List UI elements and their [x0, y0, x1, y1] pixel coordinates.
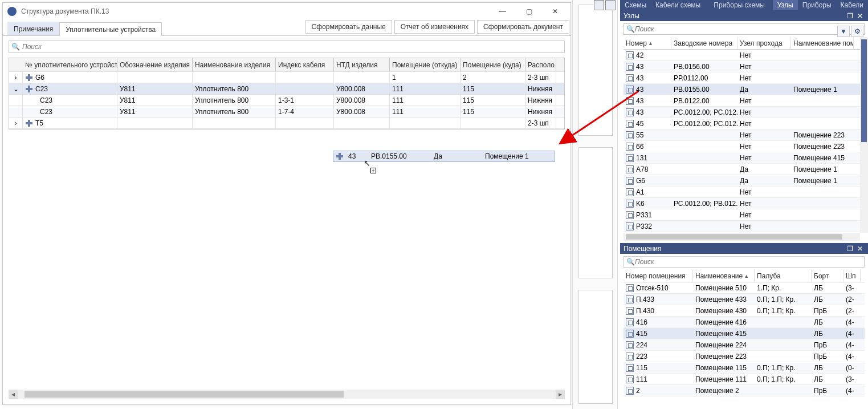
list-item[interactable]: 224Помещение 224ПрБ(4-: [624, 339, 865, 351]
nav-tab[interactable]: Приборы: [798, 0, 836, 10]
maximize-button[interactable]: ▢: [516, 3, 542, 20]
col-naim[interactable]: Наименование изделия: [193, 58, 276, 71]
list-item[interactable]: 416Помещение 416ЛБ(4-: [624, 317, 865, 328]
col-nomer[interactable]: Номер помещения: [624, 270, 693, 282]
form-document-button[interactable]: Сформировать документ: [477, 20, 569, 34]
table-row[interactable]: ›Т52-3 шп: [9, 118, 564, 129]
list-item[interactable]: 43РС.0012.00; РС.012...Нет: [624, 107, 865, 118]
list-item[interactable]: П.430Помещение 4300.П; 1.П; Кр.ПрБ(2-: [624, 305, 865, 317]
form-data-button[interactable]: Сформировать данные: [305, 20, 392, 34]
restore-icon[interactable]: ❐: [845, 11, 854, 21]
list-item[interactable]: G6ДаПомещение 1: [624, 175, 865, 187]
table-row[interactable]: ›G6122-3 шп: [9, 72, 564, 83]
tab-seal-devices[interactable]: Уплотнительные устройства: [59, 22, 162, 36]
nodes-panel: Узлы ❐ ✕ 🔍 ▼ ⚙ Номер▲ Заводские номера У…: [620, 10, 868, 241]
col-shp[interactable]: Шп: [843, 270, 861, 282]
col-obozn[interactable]: Обозначение изделия: [117, 58, 193, 71]
node-icon: [626, 154, 634, 162]
list-item[interactable]: 223Помещение 223ПрБ(4-: [624, 351, 865, 362]
list-item[interactable]: 115Помещение 1150.П; 1.П; Кр.ЛБ(0-: [624, 362, 865, 374]
list-item[interactable]: 66НетПомещение 223: [624, 141, 865, 152]
rooms-header: Номер помещения Наименование▲ Палуба Бор…: [624, 270, 865, 282]
app-nav: СхемыКабели схемы С4Приборы схемы С4Узлы…: [620, 0, 868, 10]
list-item[interactable]: 43РР.0112.00Нет: [624, 72, 865, 84]
list-item[interactable]: 43РВ.0156.00Нет: [624, 61, 865, 72]
table-row[interactable]: C23У811Уплотнитель 8001-7-4У800.00811111…: [9, 106, 564, 118]
scroll-thumb[interactable]: [626, 234, 842, 240]
list-item[interactable]: 131НетПомещение 415: [624, 152, 865, 164]
list-item[interactable]: K6РС.0012.00; РВ.012...Нет: [624, 198, 865, 209]
nodes-search-input[interactable]: [635, 25, 862, 33]
nodes-search[interactable]: 🔍: [624, 23, 865, 35]
toolbar-icon[interactable]: [594, 0, 604, 10]
col-pom[interactable]: Наименование поме: [791, 37, 854, 49]
list-item[interactable]: А1Нет: [624, 187, 865, 198]
scroll-right-icon[interactable]: ▸: [556, 390, 565, 399]
node-icon: [626, 86, 634, 94]
list-item[interactable]: Отсек-510Помещение 5101.П; Кр.ЛБ(3-: [624, 282, 865, 294]
horizontal-scrollbar[interactable]: [624, 233, 860, 241]
ghost-proh: Да: [431, 151, 483, 161]
node-icon: [626, 200, 634, 208]
scroll-left-icon[interactable]: ◂: [9, 390, 18, 399]
scroll-thumb[interactable]: [25, 391, 344, 398]
col-from[interactable]: Помещение (откуда): [390, 58, 461, 71]
restore-icon[interactable]: ❐: [845, 244, 854, 253]
ruler-gutter: [572, 0, 618, 409]
search-icon: 🔍: [626, 25, 635, 33]
list-item[interactable]: 111Помещение 1110.П; 1.П; Кр.ЛБ(3-: [624, 374, 865, 385]
table-row[interactable]: ⌄C23У811Уплотнитель 800У800.008111115Ниж…: [9, 83, 564, 95]
col-zav[interactable]: Заводские номера: [671, 37, 737, 49]
col-ntd[interactable]: НТД изделия: [334, 58, 390, 71]
search-input[interactable]: [22, 43, 562, 51]
col-palub[interactable]: Палуба: [755, 270, 812, 282]
list-item[interactable]: 2Помещение 2ПрБ(4-: [624, 385, 865, 396]
minimize-button[interactable]: —: [490, 3, 516, 20]
toolbar-icon[interactable]: [605, 0, 616, 10]
col-naim[interactable]: Наименование▲: [693, 270, 755, 282]
col-rasp[interactable]: Располо: [525, 58, 556, 71]
col-bort[interactable]: Борт: [812, 270, 843, 282]
list-item[interactable]: 43РВ.0122.00Нет: [624, 95, 865, 107]
horizontal-scrollbar[interactable]: ◂ ▸: [9, 390, 565, 399]
col-nomer[interactable]: Номер▲: [624, 37, 671, 49]
tab-notes[interactable]: Примечания: [7, 22, 59, 35]
change-report-button[interactable]: Отчет об изменениях: [394, 20, 475, 34]
close-icon[interactable]: ✕: [855, 11, 865, 21]
vertical-scrollbar[interactable]: [860, 37, 868, 233]
col-proh[interactable]: Узел прохода: [737, 37, 791, 49]
page-thumb: [578, 147, 613, 278]
room-icon: [626, 375, 634, 383]
search-bar[interactable]: 🔍: [9, 41, 565, 53]
ghost-zav: РВ.0155.00: [369, 151, 431, 161]
rooms-search-input[interactable]: [635, 258, 862, 266]
list-item[interactable]: P331Нет: [624, 209, 865, 221]
list-item[interactable]: 415Помещение 415ЛБ(4-: [624, 328, 865, 339]
col-index[interactable]: Индекс кабеля: [276, 58, 334, 71]
nav-tab[interactable]: Приборы схемы С4: [709, 0, 772, 10]
rooms-search[interactable]: 🔍: [624, 256, 865, 268]
list-item[interactable]: А78ДаПомещение 1: [624, 164, 865, 175]
list-item[interactable]: 45РС.0012.00; РС.012...Нет: [624, 118, 865, 129]
nav-tab[interactable]: Узлы: [773, 0, 798, 10]
col-to[interactable]: Помещение (куда): [461, 58, 525, 71]
panel-title: Узлы: [624, 12, 639, 20]
filter-icon[interactable]: ▼: [837, 26, 850, 37]
close-icon[interactable]: ✕: [855, 244, 865, 253]
room-icon: [626, 307, 634, 315]
nav-tab[interactable]: Кабели: [836, 0, 868, 10]
col-no[interactable]: № уплотнительного устройства: [23, 58, 117, 71]
list-item[interactable]: П.433Помещение 4330.П; 1.П; Кр.ЛБ(2-: [624, 294, 865, 305]
list-item[interactable]: 55НетПомещение 223: [624, 129, 865, 141]
list-item[interactable]: 43РВ.0155.00ДаПомещение 1: [624, 84, 865, 95]
table-row[interactable]: C23У811Уплотнитель 8001-3-1У800.00811111…: [9, 95, 564, 106]
nav-tab[interactable]: Кабели схемы С4: [651, 0, 709, 10]
scroll-thumb[interactable]: [861, 39, 867, 142]
close-button[interactable]: ✕: [542, 3, 568, 20]
list-item[interactable]: P332Нет: [624, 221, 865, 232]
nav-tab[interactable]: Схемы: [620, 0, 651, 10]
list-item[interactable]: 42Нет: [624, 50, 865, 61]
node-icon: [25, 85, 33, 93]
grid-header: № уплотнительного устройства Обозначение…: [9, 58, 564, 72]
settings-icon[interactable]: ⚙: [851, 26, 863, 37]
